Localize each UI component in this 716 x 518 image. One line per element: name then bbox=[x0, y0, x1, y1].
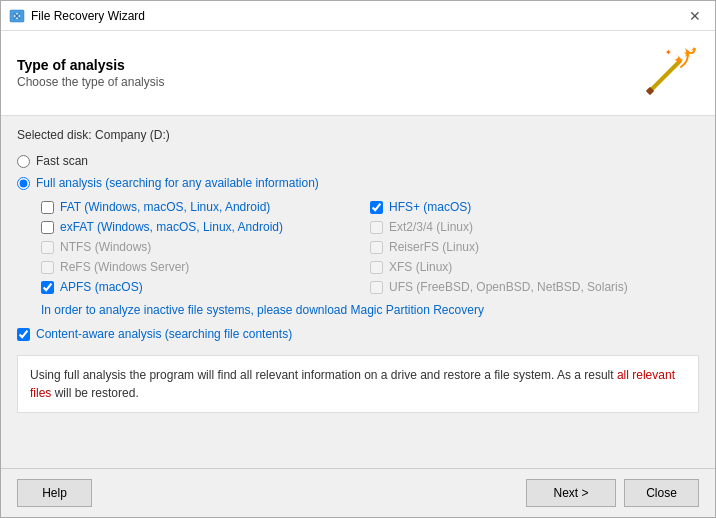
description-box: Using full analysis the program will fin… bbox=[17, 355, 699, 413]
main-content: Selected disk: Company (D:) Fast scan Fu… bbox=[1, 116, 715, 468]
next-button[interactable]: Next > bbox=[526, 479, 616, 507]
reiserfs-option: ReiserFS (Linux) bbox=[370, 238, 699, 256]
header-title: Type of analysis bbox=[17, 57, 635, 73]
header-text: Type of analysis Choose the type of anal… bbox=[17, 57, 635, 89]
header-section: Type of analysis Choose the type of anal… bbox=[1, 31, 715, 116]
filesystem-row-1: FAT (Windows, macOS, Linux, Android) HFS… bbox=[41, 198, 699, 216]
exfat-checkbox[interactable] bbox=[41, 221, 54, 234]
content-aware-option[interactable]: Content-aware analysis (searching file c… bbox=[17, 325, 699, 343]
exfat-label: exFAT (Windows, macOS, Linux, Android) bbox=[60, 220, 283, 234]
apfs-checkbox[interactable] bbox=[41, 281, 54, 294]
reiserfs-label: ReiserFS (Linux) bbox=[389, 240, 479, 254]
ufs-checkbox bbox=[370, 281, 383, 294]
filesystem-right-col-5: UFS (FreeBSD, OpenBSD, NetBSD, Solaris) bbox=[370, 278, 699, 296]
main-window: File Recovery Wizard ✕ Type of analysis … bbox=[0, 0, 716, 518]
refs-checkbox bbox=[41, 261, 54, 274]
window-title: File Recovery Wizard bbox=[31, 9, 683, 23]
reiserfs-checkbox bbox=[370, 241, 383, 254]
filesystem-left-col-4: ReFS (Windows Server) bbox=[41, 258, 370, 276]
fast-scan-radio[interactable] bbox=[17, 155, 30, 168]
selected-disk-label: Selected disk: Company (D:) bbox=[17, 128, 699, 142]
ext234-option: Ext2/3/4 (Linux) bbox=[370, 218, 699, 236]
apfs-option[interactable]: APFS (macOS) bbox=[41, 278, 370, 296]
fat-checkbox[interactable] bbox=[41, 201, 54, 214]
filesystem-left-col-3: NTFS (Windows) bbox=[41, 238, 370, 256]
full-analysis-label: Full analysis (searching for any availab… bbox=[36, 176, 319, 190]
title-bar: File Recovery Wizard ✕ bbox=[1, 1, 715, 31]
close-window-button[interactable]: ✕ bbox=[683, 4, 707, 28]
description-text2: will be restored. bbox=[51, 386, 138, 400]
description-text1: Using full analysis the program will fin… bbox=[30, 368, 617, 382]
apfs-label: APFS (macOS) bbox=[60, 280, 143, 294]
fast-scan-option[interactable]: Fast scan bbox=[17, 154, 699, 168]
ufs-label: UFS (FreeBSD, OpenBSD, NetBSD, Solaris) bbox=[389, 280, 628, 294]
app-icon bbox=[9, 8, 25, 24]
footer-right-buttons: Next > Close bbox=[526, 479, 699, 507]
full-analysis-radio[interactable] bbox=[17, 177, 30, 190]
header-subtitle: Choose the type of analysis bbox=[17, 75, 635, 89]
filesystem-row-5: APFS (macOS) UFS (FreeBSD, OpenBSD, NetB… bbox=[41, 278, 699, 296]
ext234-label: Ext2/3/4 (Linux) bbox=[389, 220, 473, 234]
full-analysis-option[interactable]: Full analysis (searching for any availab… bbox=[17, 176, 699, 190]
filesystem-right-col-3: ReiserFS (Linux) bbox=[370, 238, 699, 256]
filesystem-right-col-2: Ext2/3/4 (Linux) bbox=[370, 218, 699, 236]
ntfs-option: NTFS (Windows) bbox=[41, 238, 370, 256]
magic-partition-link[interactable]: In order to analyze inactive file system… bbox=[41, 303, 484, 317]
xfs-label: XFS (Linux) bbox=[389, 260, 452, 274]
ufs-option: UFS (FreeBSD, OpenBSD, NetBSD, Solaris) bbox=[370, 278, 699, 296]
info-link-container: In order to analyze inactive file system… bbox=[41, 302, 699, 317]
ntfs-label: NTFS (Windows) bbox=[60, 240, 151, 254]
svg-text:✦: ✦ bbox=[665, 48, 672, 57]
xfs-option: XFS (Linux) bbox=[370, 258, 699, 276]
close-button[interactable]: Close bbox=[624, 479, 699, 507]
filesystem-left-col: FAT (Windows, macOS, Linux, Android) bbox=[41, 198, 370, 216]
content-aware-checkbox[interactable] bbox=[17, 328, 30, 341]
ntfs-checkbox bbox=[41, 241, 54, 254]
filesystem-options: FAT (Windows, macOS, Linux, Android) HFS… bbox=[41, 198, 699, 296]
wizard-icon: ✦ ★ ✦ bbox=[635, 41, 699, 105]
filesystem-right-col-4: XFS (Linux) bbox=[370, 258, 699, 276]
footer: Help Next > Close bbox=[1, 468, 715, 517]
filesystem-left-col-2: exFAT (Windows, macOS, Linux, Android) bbox=[41, 218, 370, 236]
fat-label: FAT (Windows, macOS, Linux, Android) bbox=[60, 200, 270, 214]
content-aware-label: Content-aware analysis (searching file c… bbox=[36, 327, 292, 341]
filesystem-row-3: NTFS (Windows) ReiserFS (Linux) bbox=[41, 238, 699, 256]
hfsplus-option[interactable]: HFS+ (macOS) bbox=[370, 198, 699, 216]
refs-label: ReFS (Windows Server) bbox=[60, 260, 189, 274]
exfat-option[interactable]: exFAT (Windows, macOS, Linux, Android) bbox=[41, 218, 370, 236]
fast-scan-label: Fast scan bbox=[36, 154, 88, 168]
filesystem-row-4: ReFS (Windows Server) XFS (Linux) bbox=[41, 258, 699, 276]
filesystem-right-col: HFS+ (macOS) bbox=[370, 198, 699, 216]
xfs-checkbox bbox=[370, 261, 383, 274]
ext234-checkbox bbox=[370, 221, 383, 234]
filesystem-row-2: exFAT (Windows, macOS, Linux, Android) E… bbox=[41, 218, 699, 236]
help-button[interactable]: Help bbox=[17, 479, 92, 507]
refs-option: ReFS (Windows Server) bbox=[41, 258, 370, 276]
fat-option[interactable]: FAT (Windows, macOS, Linux, Android) bbox=[41, 198, 370, 216]
hfsplus-checkbox[interactable] bbox=[370, 201, 383, 214]
hfsplus-label: HFS+ (macOS) bbox=[389, 200, 471, 214]
filesystem-left-col-5: APFS (macOS) bbox=[41, 278, 370, 296]
